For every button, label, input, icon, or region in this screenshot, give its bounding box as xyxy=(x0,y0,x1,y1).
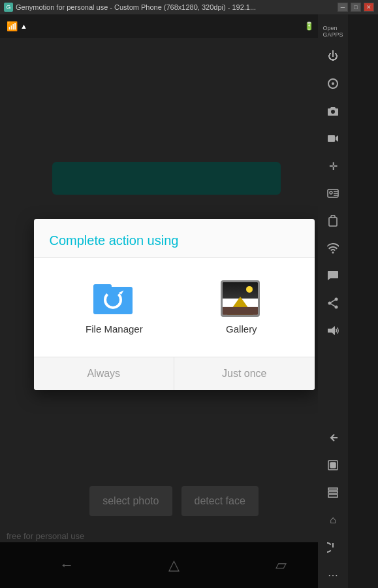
file-manager-option[interactable]: File Manager xyxy=(72,274,156,341)
svg-rect-22 xyxy=(328,495,338,497)
sidebar-power2-button[interactable] xyxy=(320,534,346,561)
svg-rect-20 xyxy=(328,488,338,490)
battery-icon: 🔋 xyxy=(304,22,314,31)
sidebar-power-button[interactable]: ⏻ xyxy=(320,43,346,69)
open-gapps-label: OpenGAPPS xyxy=(320,21,346,42)
file-manager-icon xyxy=(93,280,135,317)
complete-action-dialog: Complete action using xyxy=(34,219,315,390)
sidebar-menu-home-button[interactable]: ⌂ xyxy=(320,507,346,533)
minimize-button[interactable]: ─ xyxy=(338,3,348,12)
sidebar-gps-button[interactable] xyxy=(320,71,346,97)
network-icon: ▲ xyxy=(20,22,27,30)
folder-icon-graphic xyxy=(93,280,133,314)
status-left: 📶 ▲ xyxy=(7,21,27,31)
sidebar-battery-button[interactable] xyxy=(320,208,346,234)
phone-screen: 📶 ▲ 🔋 6:47 select photo detect face free… xyxy=(0,14,348,588)
sidebar-volume-button[interactable] xyxy=(320,318,346,344)
svg-rect-7 xyxy=(329,218,337,226)
screen-content: select photo detect face free for person… xyxy=(0,38,348,588)
dialog-actions: Always Just once xyxy=(34,357,315,390)
sidebar-camera-button[interactable] xyxy=(320,98,346,124)
sidebar-more-button[interactable]: ⋯ xyxy=(320,562,346,588)
sidebar-id-button[interactable] xyxy=(320,180,346,206)
window-controls[interactable]: ─ □ ✕ xyxy=(338,3,374,12)
sidebar-video-button[interactable] xyxy=(320,125,346,152)
title-bar: G Genymotion for personal use - Custom P… xyxy=(0,0,378,14)
gallery-option[interactable]: Gallery xyxy=(208,274,276,341)
svg-marker-1 xyxy=(336,135,338,142)
gallery-icon-graphic xyxy=(221,280,260,317)
refresh-arrow xyxy=(118,289,123,295)
svg-rect-21 xyxy=(328,491,338,493)
gallery-ground xyxy=(223,307,258,315)
svg-rect-0 xyxy=(328,135,335,142)
window-title: Genymotion for personal use - Custom Pho… xyxy=(16,3,256,11)
svg-line-14 xyxy=(330,299,336,303)
gallery-label: Gallery xyxy=(226,323,257,335)
refresh-icon xyxy=(104,291,122,309)
sidebar-back-button[interactable] xyxy=(320,425,346,451)
svg-line-15 xyxy=(330,303,336,307)
sidebar-wifi-button[interactable] xyxy=(320,235,346,261)
gallery-icon xyxy=(221,280,262,317)
svg-point-3 xyxy=(330,191,332,194)
just-once-button[interactable]: Just once xyxy=(174,357,315,390)
svg-rect-19 xyxy=(330,463,336,468)
maximize-button[interactable]: □ xyxy=(351,3,361,12)
sidebar-home-button[interactable] xyxy=(320,452,346,478)
app-icon: G xyxy=(4,3,13,12)
sidebar-move-button[interactable]: ✛ xyxy=(320,153,346,179)
dialog-options: File Manager Gallery xyxy=(34,258,315,357)
right-sidebar: OpenGAPPS ⏻ ✛ xyxy=(318,14,348,588)
open-gapps-text: OpenGAPPS xyxy=(323,25,343,38)
title-bar-left: G Genymotion for personal use - Custom P… xyxy=(4,3,256,12)
folder-body xyxy=(93,287,133,314)
sidebar-recents-button[interactable] xyxy=(320,480,346,506)
file-manager-label: File Manager xyxy=(86,323,143,335)
always-button[interactable]: Always xyxy=(34,357,175,390)
signal-icon: 📶 xyxy=(7,21,18,31)
svg-marker-16 xyxy=(328,326,335,335)
sidebar-message-button[interactable] xyxy=(320,263,346,289)
close-button[interactable]: ✕ xyxy=(364,3,374,12)
sidebar-share-button[interactable] xyxy=(320,290,346,316)
dialog-title: Complete action using xyxy=(34,219,315,258)
status-bar: 📶 ▲ 🔋 6:47 xyxy=(0,14,348,38)
